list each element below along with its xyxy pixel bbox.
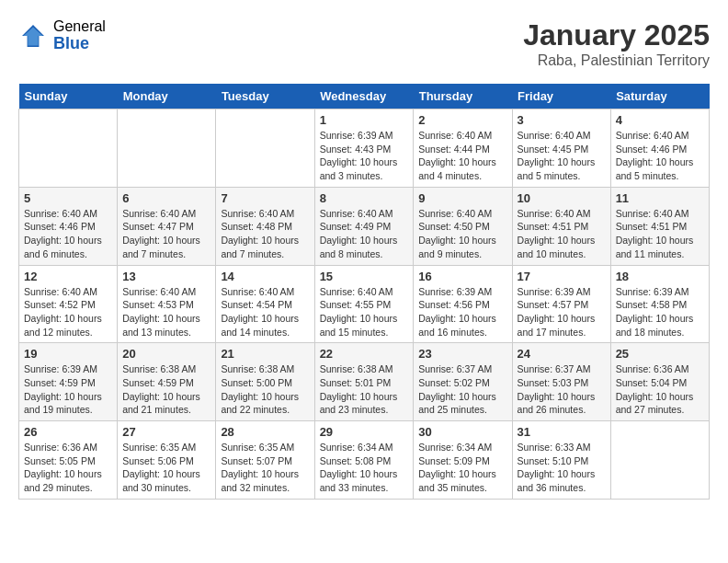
day-info-line: Sunset: 4:48 PM xyxy=(221,220,309,234)
day-info-line: and 7 minutes. xyxy=(122,247,210,261)
day-number: 29 xyxy=(320,425,409,439)
day-info-line: Sunset: 4:45 PM xyxy=(518,143,606,156)
day-info-line: and 4 minutes. xyxy=(418,169,506,183)
day-info-line: Sunset: 4:53 PM xyxy=(122,298,210,312)
day-number: 24 xyxy=(518,347,606,361)
calendar-cell: 27Sunrise: 6:35 AMSunset: 5:06 PMDayligh… xyxy=(118,421,216,500)
day-info-line: Sunset: 4:49 PM xyxy=(320,220,409,234)
day-info-line: and 19 minutes. xyxy=(24,403,112,417)
calendar-cell: 22Sunrise: 6:38 AMSunset: 5:01 PMDayligh… xyxy=(314,343,414,421)
day-info-line: and 32 minutes. xyxy=(221,481,309,495)
day-number: 14 xyxy=(221,270,309,283)
day-info-line: Sunrise: 6:38 AM xyxy=(122,362,210,376)
weekday-header-saturday: Saturday xyxy=(610,84,709,109)
day-info-line: Sunrise: 6:34 AM xyxy=(320,441,409,454)
calendar-cell: 13Sunrise: 6:40 AMSunset: 4:53 PMDayligh… xyxy=(118,265,216,343)
day-info-line: and 25 minutes. xyxy=(418,403,506,417)
day-info-line: and 15 minutes. xyxy=(320,326,409,339)
logo-blue: Blue xyxy=(53,35,106,53)
day-info-line: Sunrise: 6:37 AM xyxy=(418,362,506,376)
calendar-cell: 28Sunrise: 6:35 AMSunset: 5:07 PMDayligh… xyxy=(216,421,314,500)
day-info-line: Sunset: 5:08 PM xyxy=(320,454,409,468)
logo-icon xyxy=(18,21,48,51)
calendar-cell: 24Sunrise: 6:37 AMSunset: 5:03 PMDayligh… xyxy=(512,343,610,421)
day-info-line: and 9 minutes. xyxy=(418,247,506,261)
day-info-line: Sunset: 5:02 PM xyxy=(418,376,506,390)
day-info-line: Sunrise: 6:34 AM xyxy=(418,441,506,454)
day-info-line: Sunset: 4:44 PM xyxy=(418,143,506,156)
day-number: 18 xyxy=(616,270,704,283)
day-info-line: and 22 minutes. xyxy=(221,403,309,417)
day-info-line: Daylight: 10 hours xyxy=(24,467,112,481)
day-info-line: Daylight: 10 hours xyxy=(418,390,506,404)
calendar-cell: 5Sunrise: 6:40 AMSunset: 4:46 PMDaylight… xyxy=(19,187,118,265)
day-info-line: Sunrise: 6:37 AM xyxy=(518,362,606,376)
day-info-line: Sunset: 5:09 PM xyxy=(418,454,506,468)
week-row-5: 26Sunrise: 6:36 AMSunset: 5:05 PMDayligh… xyxy=(19,421,710,500)
calendar-cell xyxy=(118,109,216,188)
day-info-line: Sunrise: 6:40 AM xyxy=(24,285,112,299)
day-info-line: Daylight: 10 hours xyxy=(418,155,506,169)
calendar-cell: 18Sunrise: 6:39 AMSunset: 4:58 PMDayligh… xyxy=(610,265,709,343)
calendar-cell: 30Sunrise: 6:34 AMSunset: 5:09 PMDayligh… xyxy=(414,421,512,500)
day-info-line: Sunrise: 6:40 AM xyxy=(518,207,606,221)
day-info-line: and 36 minutes. xyxy=(518,481,606,495)
day-info-line: and 30 minutes. xyxy=(122,481,210,495)
weekday-header-sunday: Sunday xyxy=(19,84,118,109)
calendar-cell xyxy=(19,109,118,188)
calendar-cell: 4Sunrise: 6:40 AMSunset: 4:46 PMDaylight… xyxy=(610,109,709,188)
calendar-cell: 12Sunrise: 6:40 AMSunset: 4:52 PMDayligh… xyxy=(19,265,118,343)
day-number: 12 xyxy=(24,270,112,283)
calendar-cell: 9Sunrise: 6:40 AMSunset: 4:50 PMDaylight… xyxy=(414,187,512,265)
day-number: 20 xyxy=(122,347,210,361)
day-info-line: and 7 minutes. xyxy=(221,247,309,261)
calendar-header: SundayMondayTuesdayWednesdayThursdayFrid… xyxy=(19,84,710,109)
day-number: 3 xyxy=(518,113,606,127)
calendar-cell: 29Sunrise: 6:34 AMSunset: 5:08 PMDayligh… xyxy=(314,421,414,500)
day-info-line: Daylight: 10 hours xyxy=(24,390,112,404)
day-info-line: and 11 minutes. xyxy=(616,247,704,261)
day-info-line: and 8 minutes. xyxy=(320,247,409,261)
day-info-line: Sunrise: 6:40 AM xyxy=(418,129,506,143)
day-info-line: Sunrise: 6:40 AM xyxy=(518,129,606,143)
calendar-cell xyxy=(610,421,709,500)
day-info-line: Sunrise: 6:40 AM xyxy=(122,285,210,299)
day-info-line: Sunrise: 6:40 AM xyxy=(122,207,210,221)
day-info-line: and 33 minutes. xyxy=(320,481,409,495)
day-info-line: and 23 minutes. xyxy=(320,403,409,417)
weekday-header-row: SundayMondayTuesdayWednesdayThursdayFrid… xyxy=(19,84,710,109)
calendar-cell: 6Sunrise: 6:40 AMSunset: 4:47 PMDaylight… xyxy=(118,187,216,265)
calendar-cell: 15Sunrise: 6:40 AMSunset: 4:55 PMDayligh… xyxy=(314,265,414,343)
day-info-line: Daylight: 10 hours xyxy=(518,234,606,247)
day-info-line: and 26 minutes. xyxy=(518,403,606,417)
day-info-line: Sunrise: 6:40 AM xyxy=(320,207,409,221)
calendar-cell: 2Sunrise: 6:40 AMSunset: 4:44 PMDaylight… xyxy=(414,109,512,188)
day-number: 23 xyxy=(418,347,506,361)
weekday-header-wednesday: Wednesday xyxy=(314,84,414,109)
day-number: 5 xyxy=(24,191,112,205)
day-info-line: Sunset: 4:46 PM xyxy=(616,143,704,156)
day-info-line: Sunrise: 6:38 AM xyxy=(320,362,409,376)
day-number: 16 xyxy=(418,270,506,283)
day-info-line: Daylight: 10 hours xyxy=(616,312,704,326)
calendar-cell: 21Sunrise: 6:38 AMSunset: 5:00 PMDayligh… xyxy=(216,343,314,421)
day-number: 6 xyxy=(122,191,210,205)
day-info-line: Sunrise: 6:35 AM xyxy=(221,441,309,454)
day-info-line: and 6 minutes. xyxy=(24,247,112,261)
day-number: 9 xyxy=(418,191,506,205)
calendar-cell xyxy=(216,109,314,188)
calendar-cell: 1Sunrise: 6:39 AMSunset: 4:43 PMDaylight… xyxy=(314,109,414,188)
day-info-line: Sunrise: 6:36 AM xyxy=(24,441,112,454)
day-info-line: Sunset: 5:05 PM xyxy=(24,454,112,468)
calendar-cell: 11Sunrise: 6:40 AMSunset: 4:51 PMDayligh… xyxy=(610,187,709,265)
logo: General Blue xyxy=(18,18,106,52)
day-info-line: Sunset: 5:10 PM xyxy=(518,454,606,468)
day-info-line: Sunset: 5:06 PM xyxy=(122,454,210,468)
day-info-line: and 3 minutes. xyxy=(320,169,409,183)
day-number: 10 xyxy=(518,191,606,205)
day-info-line: Sunrise: 6:39 AM xyxy=(418,285,506,299)
day-number: 31 xyxy=(518,425,606,439)
day-info-line: Sunset: 4:43 PM xyxy=(320,143,409,156)
day-info-line: and 12 minutes. xyxy=(24,326,112,339)
title-area: January 2025 Raba, Palestinian Territory xyxy=(523,18,710,69)
